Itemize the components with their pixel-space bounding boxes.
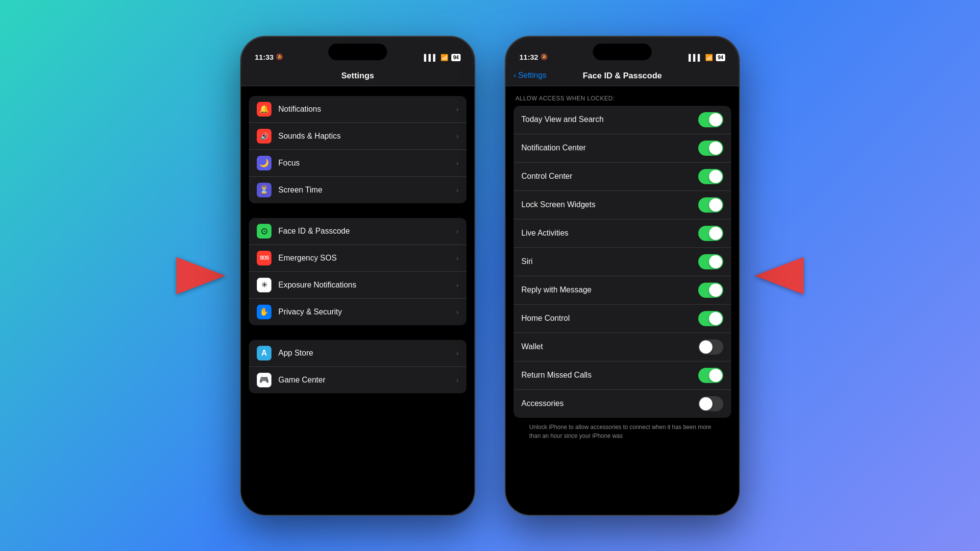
settings-group-2: ⊙ Face ID & Passcode › SOS Emergency SOS… xyxy=(249,218,466,325)
settings-row-appstore[interactable]: A App Store › xyxy=(249,340,466,367)
settings-row-notifications[interactable]: 🔔 Notifications › xyxy=(249,96,466,123)
settings-row-sounds[interactable]: 🔊 Sounds & Haptics › xyxy=(249,123,466,150)
siri-label: Siri xyxy=(521,257,698,266)
settings-row-screentime[interactable]: ⏳ Screen Time › xyxy=(249,177,466,203)
settings-section-2: ⊙ Face ID & Passcode › SOS Emergency SOS… xyxy=(241,218,474,325)
mute-icon: 🔕 xyxy=(276,53,283,60)
settings-list[interactable]: 🔔 Notifications › 🔊 Sounds & Haptics › 🌙… xyxy=(241,86,474,510)
screentime-icon: ⏳ xyxy=(257,183,271,197)
battery-badge-r: 94 xyxy=(716,54,725,61)
settings-row-emergency[interactable]: SOS Emergency SOS › xyxy=(249,245,466,272)
return-missed-calls-label: Return Missed Calls xyxy=(521,371,698,380)
exposure-label: Exposure Notifications xyxy=(278,281,456,289)
chevron-icon: › xyxy=(456,281,459,289)
left-phone-wrapper: 11:33 🔕 ▌▌▌ 📶 94 Settings 🔔 Notif xyxy=(240,36,475,516)
chevron-icon: › xyxy=(456,227,459,235)
control-center-toggle[interactable] xyxy=(698,169,723,184)
time-display-r: 11:32 🔕 xyxy=(519,53,548,61)
accessories-toggle[interactable] xyxy=(698,396,723,411)
settings-group-1: 🔔 Notifications › 🔊 Sounds & Haptics › 🌙… xyxy=(249,96,466,203)
wifi-icon: 📶 xyxy=(441,54,448,61)
exposure-icon: ✳ xyxy=(257,278,271,292)
home-control-label: Home Control xyxy=(521,314,698,323)
toggle-row-live-activities[interactable]: Live Activities xyxy=(514,219,731,248)
battery-badge: 94 xyxy=(451,54,461,61)
notification-center-toggle[interactable] xyxy=(698,141,723,156)
clock: 11:33 xyxy=(255,53,273,61)
toggle-row-lock-screen-widgets[interactable]: Lock Screen Widgets xyxy=(514,191,731,219)
toggle-row-wallet[interactable]: Wallet xyxy=(514,333,731,361)
chevron-icon: › xyxy=(456,308,459,316)
wifi-icon-r: 📶 xyxy=(705,54,713,61)
toggle-row-reply-message[interactable]: Reply with Message xyxy=(514,276,731,305)
chevron-icon: › xyxy=(456,376,459,384)
sounds-icon: 🔊 xyxy=(257,129,271,144)
right-arrow xyxy=(755,257,804,294)
chevron-icon: › xyxy=(456,254,459,262)
faceid-label: Face ID & Passcode xyxy=(278,227,456,236)
toggle-row-home-control[interactable]: Home Control xyxy=(514,305,731,333)
back-chevron: ‹ xyxy=(514,71,516,80)
back-button[interactable]: ‹ Settings xyxy=(514,71,546,80)
appstore-icon: A xyxy=(257,346,271,360)
signal-icon-r: ▌▌▌ xyxy=(688,54,702,61)
sounds-label: Sounds & Haptics xyxy=(278,132,456,141)
back-label: Settings xyxy=(518,71,546,80)
toggle-row-today-view[interactable]: Today View and Search xyxy=(514,106,731,134)
siri-toggle[interactable] xyxy=(698,254,723,269)
today-view-toggle[interactable] xyxy=(698,112,723,127)
toggle-row-accessories[interactable]: Accessories xyxy=(514,390,731,418)
settings-row-faceid[interactable]: ⊙ Face ID & Passcode › xyxy=(249,218,466,245)
live-activities-toggle[interactable] xyxy=(698,226,723,241)
focus-label: Focus xyxy=(278,159,456,168)
left-arrow xyxy=(176,257,225,294)
settings-section-3: A App Store › 🎮 Game Center › xyxy=(241,340,474,393)
settings-nav-title: Settings xyxy=(251,71,465,81)
settings-row-exposure[interactable]: ✳ Exposure Notifications › xyxy=(249,272,466,299)
focus-icon: 🌙 xyxy=(257,156,271,170)
mute-icon-r: 🔕 xyxy=(540,53,548,60)
faceid-content: ALLOW ACCESS WHEN LOCKED: Today View and… xyxy=(506,86,739,510)
reply-message-label: Reply with Message xyxy=(521,286,698,294)
toggle-row-notification-center[interactable]: Notification Center xyxy=(514,134,731,163)
lock-screen-widgets-label: Lock Screen Widgets xyxy=(521,200,698,209)
notification-center-label: Notification Center xyxy=(521,144,698,152)
signal-icon: ▌▌▌ xyxy=(424,54,438,61)
reply-message-toggle[interactable] xyxy=(698,283,723,298)
appstore-label: App Store xyxy=(278,349,456,358)
clock-r: 11:32 xyxy=(519,53,538,61)
settings-row-focus[interactable]: 🌙 Focus › xyxy=(249,150,466,177)
status-icons-r: ▌▌▌ 📶 94 xyxy=(688,54,725,61)
toggle-row-siri[interactable]: Siri xyxy=(514,248,731,276)
return-missed-calls-toggle[interactable] xyxy=(698,368,723,383)
settings-group-3: A App Store › 🎮 Game Center › xyxy=(249,340,466,393)
toggle-row-control-center[interactable]: Control Center xyxy=(514,163,731,191)
settings-section-1: 🔔 Notifications › 🔊 Sounds & Haptics › 🌙… xyxy=(241,96,474,203)
notifications-label: Notifications xyxy=(278,105,456,114)
privacy-label: Privacy & Security xyxy=(278,308,456,316)
screentime-label: Screen Time xyxy=(278,186,456,194)
faceid-icon: ⊙ xyxy=(257,224,271,239)
time-display: 11:33 🔕 xyxy=(255,53,283,61)
status-icons: ▌▌▌ 📶 94 xyxy=(424,54,461,61)
right-screen: ‹ Settings Face ID & Passcode ALLOW ACCE… xyxy=(506,65,739,515)
live-activities-label: Live Activities xyxy=(521,229,698,238)
settings-row-gamecenter[interactable]: 🎮 Game Center › xyxy=(249,367,466,393)
lock-screen-widgets-toggle[interactable] xyxy=(698,197,723,213)
footnote: Unlock iPhone to allow accessories to co… xyxy=(514,418,731,445)
allow-access-header: ALLOW ACCESS WHEN LOCKED: xyxy=(506,86,739,106)
wallet-toggle[interactable] xyxy=(698,339,723,355)
chevron-icon: › xyxy=(456,159,459,167)
chevron-icon: › xyxy=(456,349,459,357)
chevron-icon: › xyxy=(456,105,459,113)
right-phone: 11:32 🔕 ▌▌▌ 📶 94 ‹ Settings Face ID & Pa… xyxy=(505,36,740,516)
wallet-label: Wallet xyxy=(521,342,698,351)
settings-row-privacy[interactable]: ✋ Privacy & Security › xyxy=(249,299,466,325)
home-control-toggle[interactable] xyxy=(698,311,723,326)
emergency-label: Emergency SOS xyxy=(278,254,456,263)
toggle-row-return-missed-calls[interactable]: Return Missed Calls xyxy=(514,361,731,390)
faceid-nav-title: Face ID & Passcode xyxy=(583,71,662,81)
right-phone-wrapper: 11:32 🔕 ▌▌▌ 📶 94 ‹ Settings Face ID & Pa… xyxy=(505,36,740,516)
settings-nav-bar: Settings xyxy=(241,65,474,86)
dynamic-island xyxy=(328,44,387,60)
